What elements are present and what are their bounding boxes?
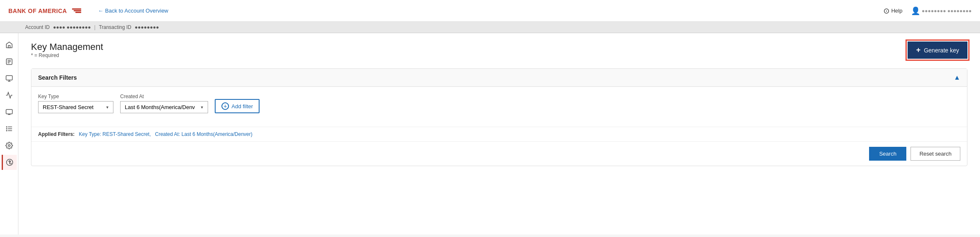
sidebar-item-dollar[interactable] [2,155,17,170]
account-id-label: Account ID [25,24,50,30]
main-layout: Key Management * = Required + Generate k… [0,33,980,234]
list-icon [5,125,13,133]
applied-filters-heading: Applied Filters: [38,131,75,137]
top-navigation: BANK OF AMERICA ← Back to Account Overvi… [0,0,980,22]
id-separator: | [94,24,95,30]
page-title: Key Management [31,42,103,52]
add-filter-label: Add filter [231,103,253,109]
sidebar-item-gear[interactable] [2,138,17,153]
add-filter-button[interactable]: + Add filter [215,99,260,113]
sidebar-item-monitor[interactable] [2,71,17,86]
monitor-icon [5,75,13,82]
back-link-text: Back to Account Overview [105,8,168,14]
account-id-value: ●●●● ●●●●●●●● [53,24,91,30]
sidebar-item-list[interactable] [2,121,17,136]
sidebar-item-desktop[interactable] [2,104,17,120]
created-at-filter-group: Created At Last 6 Months(America/Denv La… [120,94,208,113]
help-icon: ⊙ [883,6,890,16]
chart-icon [5,91,13,99]
svg-rect-0 [8,46,10,48]
main-content: Key Management * = Required + Generate k… [18,33,980,234]
user-account-button[interactable]: 👤 ●●●●●●●● ●●●●●●●● [911,6,972,16]
help-label: Help [891,8,903,14]
generate-key-button[interactable]: + Generate key [908,42,967,59]
sidebar-item-edit[interactable] [2,54,17,69]
svg-point-15 [8,145,10,147]
desktop-icon [5,108,13,116]
collapse-icon[interactable]: ▲ [954,74,960,81]
page-header: Key Management * = Required + Generate k… [31,42,967,65]
created-at-select-wrapper: Last 6 Months(America/Denv Last 3 Months… [120,101,208,113]
svg-rect-5 [6,76,12,80]
nav-right: ⊙ Help 👤 ●●●●●●●● ●●●●●●●● [883,6,972,16]
applied-filters-bar: Applied Filters: Key Type: REST-Shared S… [31,127,967,141]
home-icon [5,41,13,49]
filters-title: Search Filters [38,74,77,81]
user-info-text: ●●●●●●●● ●●●●●●●● [922,8,972,14]
generate-key-label: Generate key [924,47,959,54]
svg-point-13 [6,128,7,129]
filters-header: Search Filters ▲ [31,69,967,87]
applied-filters-key-type: Key Type: REST-Shared Secret, [79,131,151,137]
applied-filters-created-at: Created At: Last 6 Months(America/Denver… [155,131,252,137]
search-button[interactable]: Search [869,147,906,161]
required-note: * = Required [31,52,103,58]
dollar-circle-icon [6,159,13,166]
logo-area: BANK OF AMERICA [8,8,81,14]
flag-red [72,8,81,10]
edit-icon [5,58,13,65]
search-filters-panel: Search Filters ▲ Key Type REST-Shared Se… [31,68,967,166]
add-filter-plus-icon: + [221,102,229,110]
sidebar-item-home[interactable] [2,37,17,52]
key-type-select-wrapper: REST-Shared Secret OAuth JWT [38,101,113,113]
back-to-account-link[interactable]: ← Back to Account Overview [98,8,168,14]
logo-flag [72,8,81,13]
action-buttons-row: Search Reset search [31,141,967,166]
filter-row: Key Type REST-Shared Secret OAuth JWT Cr… [38,94,960,113]
generate-key-plus-icon: + [916,46,921,55]
flag-red2 [74,10,81,11]
back-arrow-icon: ← [98,8,103,14]
user-icon: 👤 [911,6,920,16]
account-bar: Account ID ●●●● ●●●●●●●● | Transacting I… [0,22,980,33]
gear-icon [5,142,13,149]
filters-body: Key Type REST-Shared Secret OAuth JWT Cr… [31,87,967,127]
reset-search-button[interactable]: Reset search [911,147,960,161]
created-at-select[interactable]: Last 6 Months(America/Denv Last 3 Months… [120,101,208,113]
help-button[interactable]: ⊙ Help [883,6,903,16]
svg-rect-8 [6,109,12,114]
key-type-select[interactable]: REST-Shared Secret OAuth JWT [38,101,113,113]
sidebar-item-chart[interactable] [2,88,17,103]
created-at-label: Created At [120,94,208,99]
flag-red3 [75,12,81,13]
key-type-label: Key Type [38,94,113,99]
page-title-area: Key Management * = Required [31,42,103,65]
brand-name: BANK OF AMERICA [8,8,67,14]
key-type-filter-group: Key Type REST-Shared Secret OAuth JWT [38,94,113,113]
transacting-id-value: ●●●●●●●● [135,24,159,30]
svg-point-12 [6,127,7,128]
sidebar [0,33,18,234]
transacting-id-label: Transacting ID [99,24,131,30]
svg-point-14 [6,130,7,131]
